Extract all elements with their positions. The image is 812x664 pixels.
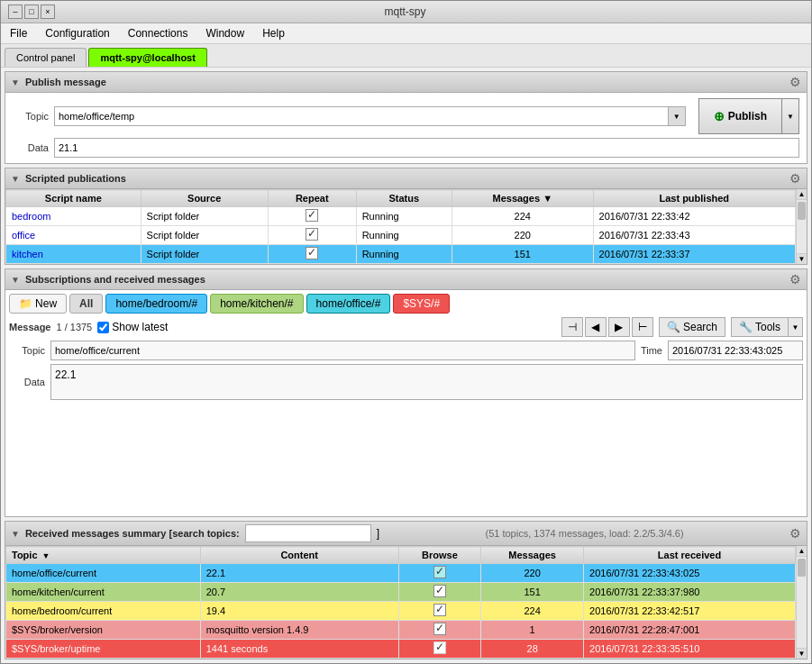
menu-help[interactable]: Help [257, 25, 290, 41]
data-row: Data [13, 138, 799, 158]
publish-button[interactable]: ⊕ Publish [698, 98, 781, 134]
browse-checkbox[interactable] [433, 623, 446, 635]
summary-topic: $SYS/broker/uptime [6, 640, 201, 659]
summary-last: 2016/07/31 22:33:43:025 [584, 564, 796, 583]
tools-dropdown-button[interactable]: ▼ [789, 317, 803, 337]
summary-browse[interactable] [398, 564, 481, 583]
summary-search-input[interactable] [245, 524, 371, 542]
show-latest-checkbox[interactable]: Show latest [97, 321, 168, 333]
table-row[interactable]: bedroom Script folder Running 224 2016/0… [6, 207, 796, 226]
tools-button[interactable]: 🔧 Tools [731, 317, 789, 337]
script-repeat[interactable] [268, 226, 356, 245]
summary-browse[interactable] [398, 621, 481, 640]
script-messages: 220 [452, 226, 593, 245]
summary-table: Topic ▼ Content Browse Messages Last rec… [5, 546, 796, 659]
show-latest-check[interactable] [97, 322, 109, 333]
data-input[interactable] [54, 138, 799, 158]
sub-tab-sys[interactable]: $SYS/# [393, 294, 450, 314]
browse-checkbox[interactable] [433, 585, 446, 597]
time-label: Time [641, 345, 662, 356]
scroll-down-button[interactable]: ▼ [797, 253, 807, 264]
subs-gear-icon[interactable]: ⚙ [789, 272, 801, 287]
scroll-thumb[interactable] [798, 202, 806, 220]
repeat-checkbox[interactable] [306, 228, 318, 241]
message-data-area: 22.1 [50, 364, 803, 400]
topic-field-label: Topic [9, 345, 45, 356]
window-close[interactable]: × [41, 5, 55, 19]
summary-scroll-thumb[interactable] [798, 559, 806, 577]
repeat-checkbox[interactable] [306, 247, 318, 259]
message-time-field[interactable] [668, 341, 803, 360]
window-maximize[interactable]: □ [24, 5, 39, 19]
script-repeat[interactable] [268, 245, 356, 264]
table-row[interactable]: home/bedroom/current 19.4 224 2016/07/31… [6, 602, 796, 621]
table-row[interactable]: home/kitchen/current 20.7 151 2016/07/31… [6, 583, 796, 602]
table-row[interactable]: $SYS/broker/version mosquitto version 1.… [6, 621, 796, 640]
browse-checkbox[interactable] [433, 641, 446, 654]
browse-checkbox[interactable] [433, 604, 446, 616]
nav-first-button[interactable]: ⊣ [561, 317, 583, 337]
topic-input-wrapper: ▼ [54, 106, 686, 126]
table-row[interactable]: office Script folder Running 220 2016/07… [6, 226, 796, 245]
scripted-gear-icon[interactable]: ⚙ [789, 171, 801, 186]
nav-prev-button[interactable]: ◀ [585, 317, 607, 337]
bedroom-tab-label: home/bedroom/# [115, 297, 197, 310]
menu-connections[interactable]: Connections [123, 25, 194, 41]
scripted-collapse-arrow[interactable]: ▼ [11, 174, 20, 184]
topic-input[interactable] [54, 106, 668, 126]
summary-info: (51 topics, 1374 messages, load: 2.2/5.3… [485, 528, 683, 539]
search-button[interactable]: 🔍 Search [659, 317, 725, 337]
summary-scrollbar: ▲ ▼ [796, 546, 807, 659]
sub-tab-office[interactable]: home/office/# [306, 294, 391, 314]
publish-gear-icon[interactable]: ⚙ [789, 75, 801, 89]
folder-icon: 📁 [19, 297, 32, 310]
repeat-checkbox[interactable] [306, 209, 318, 222]
summary-scroll-up[interactable]: ▲ [797, 546, 807, 557]
summary-scroll-down[interactable]: ▼ [797, 648, 807, 659]
publish-button-label: Publish [728, 110, 767, 123]
script-status: Running [356, 207, 452, 226]
all-tab-label: All [79, 297, 93, 310]
summary-content: 19.4 [200, 602, 398, 621]
script-repeat[interactable] [268, 207, 356, 226]
sub-tab-all[interactable]: All [69, 294, 103, 314]
tab-control-panel[interactable]: Control panel [5, 48, 87, 67]
nav-last-button[interactable]: ⊢ [632, 317, 653, 337]
topic-dropdown-button[interactable]: ▼ [668, 106, 686, 126]
tools-icon: 🔧 [739, 321, 753, 333]
sub-tab-kitchen[interactable]: home/kitchen/# [210, 294, 303, 314]
publish-collapse-arrow[interactable]: ▼ [11, 77, 20, 87]
browse-checkbox[interactable] [433, 566, 446, 578]
script-source: Script folder [141, 226, 268, 245]
scroll-up-button[interactable]: ▲ [797, 189, 807, 200]
sub-tab-bedroom[interactable]: home/bedroom/# [105, 294, 207, 314]
publish-dropdown-button[interactable]: ▼ [781, 98, 799, 134]
summary-browse[interactable] [398, 583, 481, 602]
summary-gear-icon[interactable]: ⚙ [789, 526, 801, 541]
nav-next-button[interactable]: ▶ [608, 317, 630, 337]
summary-browse[interactable] [398, 640, 481, 659]
message-topic-field[interactable] [50, 341, 635, 360]
sub-tab-new[interactable]: 📁 New [9, 294, 67, 314]
table-row[interactable]: $SYS/broker/uptime 1441 seconds 28 2016/… [6, 640, 796, 659]
window-minimize[interactable]: – [8, 5, 23, 19]
summary-collapse-arrow[interactable]: ▼ [11, 529, 20, 539]
menu-file[interactable]: File [5, 25, 32, 41]
summary-browse[interactable] [398, 602, 481, 621]
summary-col-topic[interactable]: Topic ▼ [6, 547, 201, 564]
tab-connection[interactable]: mqtt-spy@localhost [88, 48, 206, 67]
scripted-col-repeat: Repeat [268, 190, 356, 207]
summary-messages: 1 [481, 621, 584, 640]
subscriptions-section: ▼ Subscriptions and received messages ⚙ … [5, 268, 807, 517]
publish-section-body: Topic ▼ ⊕ Publish ▼ Data [5, 93, 807, 163]
subs-collapse-arrow[interactable]: ▼ [11, 275, 20, 285]
nav-buttons: ⊣ ◀ ▶ ⊢ [561, 317, 653, 337]
menu-configuration[interactable]: Configuration [40, 25, 114, 41]
script-source: Script folder [141, 207, 268, 226]
script-name: office [6, 226, 141, 245]
scripted-section: ▼ Scripted publications ⚙ Script name So… [5, 168, 807, 265]
table-row[interactable]: kitchen Script folder Running 151 2016/0… [6, 245, 796, 264]
table-row[interactable]: home/office/current 22.1 220 2016/07/31 … [6, 564, 796, 583]
menu-window[interactable]: Window [200, 25, 250, 41]
summary-messages: 220 [481, 564, 584, 583]
